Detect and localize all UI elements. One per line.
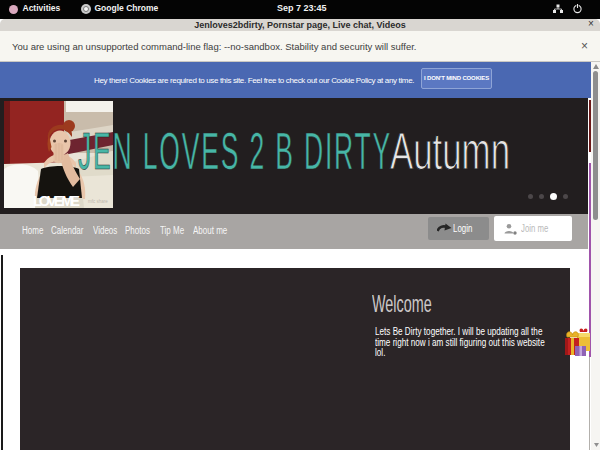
svg-text:LOVE ME: LOVE ME <box>33 193 80 208</box>
svg-text:mfc share: mfc share <box>88 199 108 204</box>
